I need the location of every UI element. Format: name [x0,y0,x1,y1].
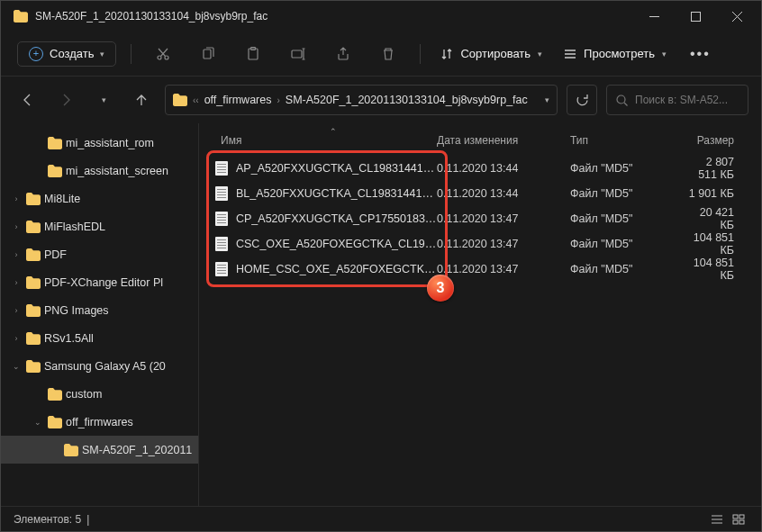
annotation-badge: 3 [427,275,454,302]
close-button[interactable] [716,2,757,31]
file-row[interactable]: CSC_OXE_A520FOXEGCTKA_CL19831441_...0.11… [210,231,754,257]
share-icon[interactable] [326,40,360,68]
sidebar-item[interactable]: ›PDF-XChange Editor Pl [1,268,198,296]
svg-rect-1 [691,12,700,21]
sidebar-item[interactable]: ⌄off_firmwares [1,408,198,436]
details-view-button[interactable] [707,511,727,527]
file-type: Файл "MD5" [570,212,685,225]
chevron-down-icon[interactable]: ▾ [545,95,549,104]
sidebar-item[interactable]: ›MiFlashEDL [1,212,198,240]
chevron-left-icon: ‹‹ [193,95,199,105]
view-button[interactable]: Просмотреть ▾ [558,47,672,60]
svg-point-2 [158,56,161,59]
sidebar-item[interactable]: mi_assistant_rom [1,129,198,157]
rename-icon[interactable] [281,40,315,68]
file-name: AP_A520FXXUGCTKA_CL19831441_QB362... [236,162,437,175]
file-size: 2 807 511 КБ [685,156,754,181]
col-date[interactable]: Дата изменения [437,134,570,147]
cut-icon[interactable] [146,40,180,68]
file-name: BL_A520FXXUGCTKA_CL19831441_QB362... [236,187,437,200]
chevron-icon: › [10,334,23,343]
file-size: 20 421 КБ [685,206,754,231]
file-row[interactable]: BL_A520FXXUGCTKA_CL19831441_QB362...0.11… [210,181,754,206]
copy-icon[interactable] [191,40,225,68]
file-name: CP_A520FXXUGCTKA_CP17550183_CL198... [236,212,437,225]
chevron-icon: › [10,278,23,287]
sidebar-item[interactable]: mi_assistant_screen [1,157,198,185]
grid-view-button[interactable] [729,511,748,527]
folder-icon [48,388,62,401]
sidebar-item[interactable]: custom [1,380,198,408]
chevron-down-icon: ▾ [538,50,542,59]
file-row[interactable]: HOME_CSC_OXE_A520FOXEGCTKA_CL19...0.11.2… [210,257,754,282]
sidebar-item[interactable]: ›PDF [1,240,198,268]
chevron-icon: › [10,194,23,203]
sidebar-item[interactable]: ›PNG Images [1,296,198,324]
chevron-right-icon: › [277,95,279,105]
delete-icon[interactable] [371,40,405,68]
file-type: Файл "MD5" [570,187,685,200]
folder-icon [48,137,62,149]
separator [131,44,132,64]
chevron-icon: › [10,306,23,315]
file-type: Файл "MD5" [570,263,685,275]
svg-rect-7 [292,50,302,58]
col-size[interactable]: Размер [685,134,754,147]
svg-point-3 [165,56,168,59]
svg-rect-10 [739,515,744,518]
file-date: 0.11.2020 13:47 [437,263,570,275]
toolbar: + Создать ▾ Сортировать ▾ Просмотреть ▾ … [1,32,761,77]
paste-icon[interactable] [236,40,270,68]
file-row[interactable]: CP_A520FXXUGCTKA_CP17550183_CL198...0.11… [210,206,754,231]
file-size: 104 851 КБ [685,231,754,257]
sidebar-item-label: MiFlashEDL [44,221,105,233]
folder-icon [64,444,78,456]
breadcrumb-segment[interactable]: off_firmwares [204,94,272,106]
separator [420,44,421,64]
sidebar-item[interactable]: ›Mi8Lite [1,185,198,212]
sidebar-item[interactable]: ›RSv1.5All [1,324,198,352]
file-icon [215,212,228,226]
sidebar-item-label: mi_assistant_screen [66,165,168,177]
sidebar-item-label: mi_assistant_rom [66,137,154,149]
sidebar-item[interactable]: ⌄Samsung Galaxy A5 (20 [1,352,198,380]
sidebar-item-label: off_firmwares [66,416,133,428]
col-name[interactable]: Имя [210,134,437,147]
file-row[interactable]: AP_A520FXXUGCTKA_CL19831441_QB362...0.11… [210,156,754,181]
more-button[interactable]: ••• [683,46,718,62]
search-input[interactable]: Поиск в: SM-A52... [606,85,748,115]
sidebar-item[interactable]: SM-A520F_1_202011 [1,436,198,464]
svg-rect-9 [733,515,738,518]
breadcrumb[interactable]: ‹‹ off_firmwares › SM-A520F_1_2020113013… [165,85,558,115]
folder-icon [48,416,62,428]
file-date: 0.11.2020 13:44 [437,162,570,175]
col-type[interactable]: Тип [570,134,685,147]
forward-button[interactable] [51,86,80,114]
refresh-button[interactable] [567,85,597,115]
history-button[interactable]: ▾ [89,86,118,114]
sort-indicator-icon: ⌃ [330,127,337,136]
sidebar-item-label: SM-A520F_1_202011 [82,444,192,456]
breadcrumb-folder-icon [173,94,187,106]
sidebar-item-label: Mi8Lite [44,193,80,205]
back-button[interactable] [14,86,42,114]
sidebar-item-label: Samsung Galaxy A5 (20 [44,360,166,373]
breadcrumb-segment[interactable]: SM-A520F_1_20201130133104_bj8vsyb9rp_fac [286,94,528,106]
titlebar: SM-A520F_1_20201130133104_bj8vsyb9rp_fac [1,1,761,32]
file-name: HOME_CSC_OXE_A520FOXEGCTKA_CL19... [236,263,437,275]
up-button[interactable] [127,86,156,114]
chevron-icon: › [10,222,23,231]
file-icon [215,186,228,201]
maximize-button[interactable] [675,2,716,31]
sort-button[interactable]: Сортировать ▾ [435,47,548,60]
main-area: mi_assistant_rommi_assistant_screen›Mi8L… [1,123,761,506]
file-date: 0.11.2020 13:44 [437,187,570,200]
create-button[interactable]: + Создать ▾ [17,41,116,67]
file-explorer-window: SM-A520F_1_20201130133104_bj8vsyb9rp_fac… [0,0,762,532]
minimize-button[interactable] [633,2,675,31]
address-bar-row: ▾ ‹‹ off_firmwares › SM-A520F_1_20201130… [1,77,761,123]
item-count: Элементов: 5 [14,513,81,526]
file-date: 0.11.2020 13:47 [437,238,570,250]
file-icon [215,262,228,276]
column-headers: ⌃ Имя Дата изменения Тип Размер [210,129,754,152]
